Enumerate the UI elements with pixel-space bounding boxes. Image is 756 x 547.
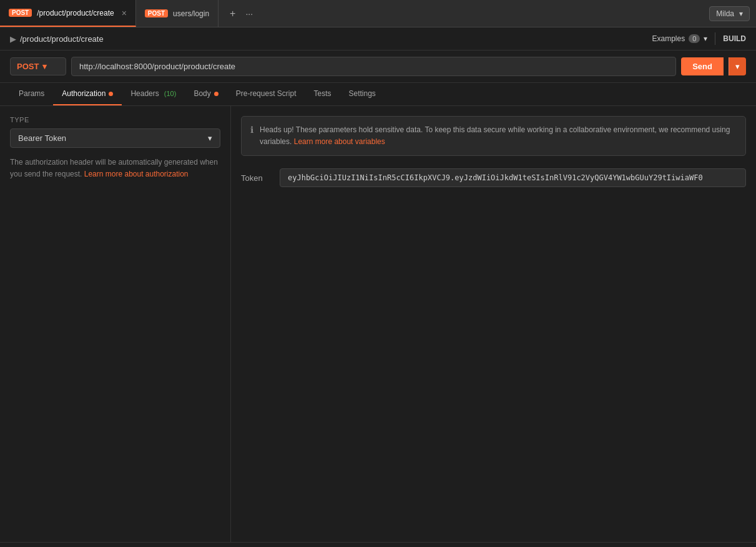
tab-headers[interactable]: Headers (10): [122, 83, 185, 105]
bottom-section: Body Cookies Headers (4) Test Results 🌐 …: [0, 542, 756, 547]
tab-settings-label: Settings: [348, 89, 375, 98]
add-tab-btn[interactable]: +: [225, 6, 240, 22]
request-tabs-row: Params Authorization Headers (10) Body P…: [0, 83, 756, 106]
method-badge-post: POST: [9, 9, 32, 17]
top-bar: POST /product/product/create × POST user…: [0, 0, 756, 27]
tab-pre-request-label: Pre-request Script: [236, 89, 297, 98]
examples-label: Examples: [652, 34, 685, 43]
info-text: Heads up! These parameters hold sensitiv…: [260, 124, 737, 148]
tab-params-label: Params: [19, 89, 44, 98]
breadcrumb-actions: Examples 0 ▾ BUILD: [652, 32, 746, 45]
tab-authorization-label: Authorization: [62, 89, 106, 98]
chevron-down-icon: ▾: [739, 9, 743, 18]
tab-actions: + ···: [218, 6, 259, 22]
send-dropdown-btn[interactable]: ▾: [729, 57, 746, 75]
info-box: ℹ Heads up! These parameters hold sensit…: [241, 116, 746, 156]
auth-panel: TYPE Bearer Token ▾ The authorization he…: [0, 106, 231, 542]
method-chevron-icon: ▾: [42, 62, 47, 71]
tab-users-login[interactable]: POST users/login: [136, 0, 218, 27]
tab-settings[interactable]: Settings: [340, 83, 384, 105]
build-btn[interactable]: BUILD: [723, 34, 746, 43]
tab-body[interactable]: Body: [185, 83, 227, 105]
tab-pre-request-script[interactable]: Pre-request Script: [227, 83, 305, 105]
headers-count-badge: (10): [162, 90, 177, 97]
method-badge-post-2: POST: [145, 9, 168, 17]
response-tab-headers[interactable]: Headers (4): [84, 543, 139, 547]
tab-product-create[interactable]: POST /product/product/create ×: [0, 0, 136, 27]
method-select[interactable]: POST ▾: [10, 57, 66, 75]
breadcrumb-path: /product/product/create: [20, 34, 104, 44]
url-bar: POST ▾ Send ▾: [0, 51, 756, 83]
token-label: Token: [241, 173, 272, 183]
divider: [715, 32, 715, 45]
close-tab-btn[interactable]: ×: [122, 8, 127, 18]
type-value: Bearer Token: [18, 133, 66, 143]
type-select[interactable]: Bearer Token ▾: [10, 128, 220, 148]
examples-btn[interactable]: Examples 0 ▾: [652, 34, 708, 43]
learn-more-auth-link[interactable]: Learn more about authorization: [84, 170, 189, 178]
info-circle-icon: ℹ: [250, 125, 253, 135]
url-input[interactable]: [71, 57, 676, 76]
response-tab-body[interactable]: Body: [10, 543, 42, 547]
info-panel: ℹ Heads up! These parameters hold sensit…: [231, 106, 756, 542]
examples-chevron-icon: ▾: [704, 34, 707, 43]
bottom-tabs-row: Body Cookies Headers (4) Test Results 🌐 …: [0, 543, 756, 547]
type-label: TYPE: [10, 116, 220, 123]
learn-variables-link[interactable]: Learn more about variables: [294, 137, 385, 146]
tab-path-2: users/login: [173, 9, 209, 18]
send-button[interactable]: Send: [681, 57, 724, 75]
token-input[interactable]: eyJhbGciOiJIUzI1NiIsInR5cCI6IkpXVCJ9.eyJ…: [280, 168, 746, 187]
tab-params[interactable]: Params: [10, 83, 53, 105]
tab-tests[interactable]: Tests: [305, 83, 340, 105]
breadcrumb-arrow-icon: ▶: [10, 34, 16, 44]
examples-count: 0: [689, 34, 700, 43]
username-label: Milda: [716, 9, 734, 18]
type-chevron-icon: ▾: [208, 133, 212, 143]
tab-path-1: /product/product/create: [37, 9, 114, 17]
tab-body-label: Body: [194, 89, 210, 98]
token-row: Token eyJhbGciOiJIUzI1NiIsInR5cCI6IkpXVC…: [241, 168, 746, 187]
tab-tests-label: Tests: [313, 89, 331, 98]
body-dot-icon: [214, 92, 218, 96]
method-label: POST: [17, 62, 39, 71]
breadcrumb-bar: ▶ /product/product/create Examples 0 ▾ B…: [0, 27, 756, 51]
bottom-tabs-left: Body Cookies Headers (4) Test Results: [10, 543, 194, 547]
auth-description: The authorization header will be automat…: [10, 157, 220, 180]
user-dropdown[interactable]: Milda ▾: [709, 6, 750, 21]
tab-headers-label: Headers: [130, 89, 159, 98]
authorization-dot-icon: [109, 92, 113, 96]
more-tabs-btn[interactable]: ···: [245, 9, 253, 19]
response-tab-cookies[interactable]: Cookies: [42, 543, 84, 547]
tab-authorization[interactable]: Authorization: [53, 83, 122, 105]
response-tab-test-results[interactable]: Test Results: [139, 543, 194, 547]
breadcrumb: ▶ /product/product/create: [10, 34, 104, 44]
main-content: TYPE Bearer Token ▾ The authorization he…: [0, 106, 756, 542]
